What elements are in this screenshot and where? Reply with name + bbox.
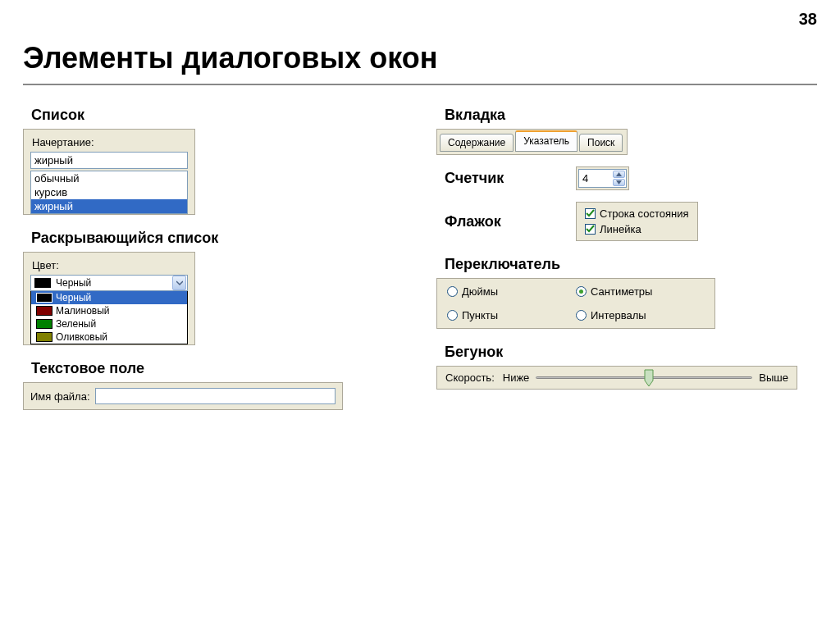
dropdown-combo[interactable]: Черный [30, 275, 188, 291]
dropdown-item-label: Зеленый [56, 318, 96, 330]
spinner [576, 166, 629, 190]
tab-search[interactable]: Поиск [579, 134, 623, 152]
color-swatch [36, 306, 52, 316]
slider-track[interactable] [536, 376, 752, 379]
list-item[interactable]: жирный [31, 199, 187, 213]
chevron-down-icon[interactable] [172, 276, 186, 290]
page-number: 38 [799, 10, 817, 29]
radio-label: Сантиметры [591, 285, 652, 298]
dropdown-value: Черный [54, 277, 172, 289]
slider-caption: Скорость: [445, 371, 495, 384]
radio-group: Дюймы Сантиметры Пункты Интервалы [436, 278, 715, 329]
section-textfield: Текстовое поле [31, 360, 404, 377]
radio-label: Пункты [462, 309, 498, 321]
dropdown-item[interactable]: Малиновый [31, 304, 187, 317]
radio-item[interactable]: Дюймы [447, 285, 576, 298]
radio-icon[interactable] [576, 286, 587, 297]
slider-thumb-icon[interactable] [644, 369, 654, 387]
list-caption: Начертание: [32, 136, 188, 148]
dropdown-list[interactable]: Черный Малиновый Зеленый Оливковый [30, 291, 188, 344]
spinner-input[interactable] [579, 171, 612, 185]
radio-item[interactable]: Интервалы [576, 309, 705, 321]
radio-label: Интервалы [591, 309, 646, 321]
spinner-down-icon[interactable] [613, 179, 625, 186]
radio-icon[interactable] [576, 310, 587, 321]
checkbox-item[interactable]: Линейка [585, 221, 689, 237]
section-counter: Счетчик [445, 170, 576, 187]
section-checkbox: Флажок [445, 213, 576, 230]
dropdown-item[interactable]: Черный [31, 291, 187, 304]
section-dropdown: Раскрывающийся список [31, 230, 404, 247]
left-column: Список Начертание: обычный курсив жирный… [23, 92, 420, 410]
list-item[interactable]: обычный [31, 171, 187, 185]
color-swatch [36, 319, 52, 329]
divider [23, 84, 817, 85]
radio-label: Дюймы [462, 285, 498, 298]
color-swatch [36, 293, 52, 303]
list-value-input[interactable] [30, 152, 188, 169]
list-widget: Начертание: обычный курсив жирный [23, 129, 195, 215]
dropdown-caption: Цвет: [32, 259, 188, 271]
color-swatch [34, 278, 51, 288]
radio-icon[interactable] [447, 286, 458, 297]
right-column: Вкладка Содержание Указатель Поиск Счетч… [420, 92, 817, 410]
section-tab: Вкладка [445, 107, 817, 124]
slider-high: Выше [759, 371, 788, 384]
radio-item[interactable]: Пункты [447, 309, 576, 321]
spinner-up-icon[interactable] [613, 171, 625, 178]
radio-item[interactable]: Сантиметры [576, 285, 705, 298]
radio-icon[interactable] [447, 310, 458, 321]
filename-input[interactable] [95, 388, 336, 404]
checkbox-icon[interactable] [585, 208, 596, 219]
section-slider: Бегунок [445, 344, 817, 361]
tab-contents[interactable]: Содержание [440, 134, 514, 152]
tabs: Содержание Указатель Поиск [436, 129, 628, 155]
textfield-caption: Имя файла: [30, 390, 90, 403]
dropdown-item[interactable]: Оливковый [31, 330, 187, 344]
section-radio: Переключатель [445, 256, 817, 273]
dropdown-item-label: Черный [56, 292, 91, 303]
checkbox-label: Строка состояния [600, 207, 689, 220]
tab-index[interactable]: Указатель [515, 130, 578, 152]
slider-widget: Скорость: Ниже Выше [436, 366, 797, 390]
dropdown-item[interactable]: Зеленый [31, 317, 187, 330]
textfield-widget: Имя файла: [23, 382, 343, 410]
dropdown-item-label: Малиновый [56, 305, 110, 317]
list-box[interactable]: обычный курсив жирный [30, 171, 188, 214]
checkbox-group: Строка состояния Линейка [576, 202, 698, 241]
checkbox-icon[interactable] [585, 224, 596, 235]
section-list: Список [31, 107, 404, 124]
dropdown-widget: Цвет: Черный Черный Малиновый [23, 252, 195, 345]
color-swatch [36, 332, 52, 342]
list-item[interactable]: курсив [31, 185, 187, 199]
dropdown-item-label: Оливковый [56, 331, 107, 343]
slider-low: Ниже [503, 371, 530, 384]
page-title: Элементы диалоговых окон [0, 0, 840, 84]
checkbox-label: Линейка [600, 223, 641, 235]
checkbox-item[interactable]: Строка состояния [585, 206, 689, 221]
